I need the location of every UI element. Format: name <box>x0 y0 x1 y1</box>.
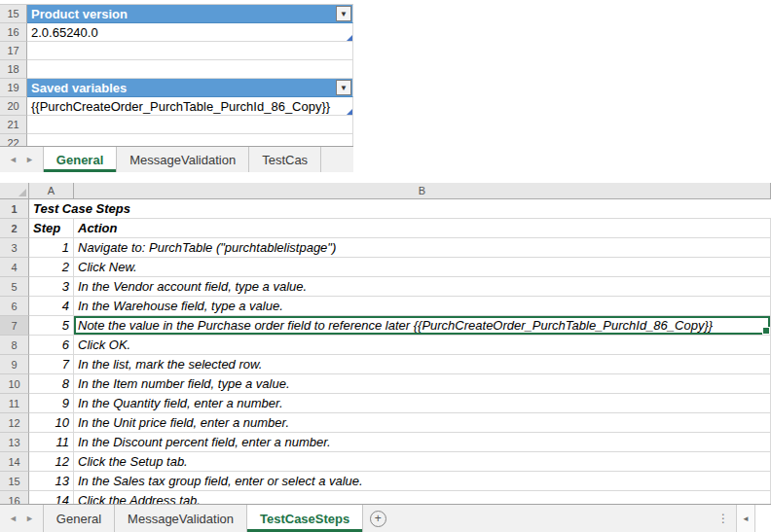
cell-title[interactable]: Test Case Steps <box>29 199 771 219</box>
row-header[interactable]: 4 <box>0 258 29 277</box>
cell-step[interactable]: Step <box>29 219 74 238</box>
cell-step[interactable]: 14 <box>29 491 74 504</box>
row-header[interactable]: 20 <box>0 97 27 116</box>
cell[interactable] <box>27 116 353 134</box>
sheet-tab-testcasesteps[interactable]: TestCaseSteps <box>247 505 363 532</box>
cell-step[interactable]: 6 <box>29 336 74 355</box>
cell[interactable]: 2.0.65240.0 <box>27 23 353 42</box>
cell-text: Click New. <box>78 260 137 274</box>
row-header[interactable]: 1 <box>0 199 29 219</box>
cell-action[interactable]: In the Quantity field, enter a number. <box>74 394 771 413</box>
cell-step[interactable]: 4 <box>29 297 74 316</box>
cell[interactable]: {{PurchCreateOrder_PurchTable_PurchId_86… <box>27 97 353 116</box>
cell-step[interactable]: 3 <box>29 277 74 297</box>
cell-text: In the Sales tax group field, enter or s… <box>78 474 363 488</box>
row-header[interactable]: 12 <box>0 413 29 433</box>
row-header[interactable]: 16 <box>0 23 27 42</box>
cell-step[interactable]: 2 <box>29 258 74 277</box>
cell-text: 13 <box>55 474 69 488</box>
cell-action[interactable]: Navigate to: PurchTable ("purchtablelist… <box>74 238 771 258</box>
cell-step[interactable]: 12 <box>29 452 74 472</box>
row-header[interactable]: 10 <box>0 374 29 394</box>
cell-action[interactable]: In the Unit price field, enter a number. <box>74 413 771 433</box>
cell-action[interactable]: Click New. <box>74 258 771 277</box>
top-sheet-row: 22 <box>0 134 353 146</box>
row-header[interactable]: 17 <box>0 42 27 60</box>
row-header[interactable]: 19 <box>0 79 27 97</box>
cell-text: 5 <box>62 318 69 333</box>
cell-action[interactable]: Click the Setup tab. <box>74 452 771 472</box>
cell-step[interactable]: 5 <box>29 316 74 336</box>
row-header[interactable]: 3 <box>0 238 29 258</box>
hscroll-track[interactable] <box>754 505 771 532</box>
column-header-b[interactable]: B <box>74 183 771 199</box>
cell-text: In the Vendor account field, type a valu… <box>78 279 307 294</box>
cell[interactable] <box>27 134 353 146</box>
sheet-tab-testcas[interactable]: TestCas <box>249 147 321 172</box>
sheet-nav-left-icon[interactable]: ◄ <box>9 514 18 523</box>
cell[interactable] <box>27 42 353 60</box>
sheet-row: 1210In the Unit price field, enter a num… <box>0 413 771 433</box>
row-header[interactable]: 6 <box>0 297 29 316</box>
sheet-nav-right-icon[interactable]: ► <box>25 514 34 523</box>
filter-dropdown-icon[interactable]: ▼ <box>336 80 351 95</box>
filter-dropdown-icon[interactable]: ▼ <box>336 6 351 21</box>
cell-step[interactable]: 10 <box>29 413 74 433</box>
sheet-tab-messagevalidation[interactable]: MessageValidation <box>115 505 247 532</box>
sheet-row: 75Note the value in the Purchase order f… <box>0 316 771 336</box>
cell[interactable]: Saved variables▼ <box>27 79 353 97</box>
cell-corner-mark-icon <box>347 35 352 41</box>
row-header[interactable]: 8 <box>0 336 29 355</box>
sheet-tab-general[interactable]: General <box>43 147 117 172</box>
cell-action[interactable]: In the list, mark the selected row. <box>74 355 771 374</box>
cell-step[interactable]: 7 <box>29 355 74 374</box>
row-header[interactable]: 15 <box>0 472 29 491</box>
cell-action[interactable]: Click the Address tab. <box>74 491 771 504</box>
cell-step[interactable]: 9 <box>29 394 74 413</box>
column-header-a[interactable]: A <box>29 183 74 199</box>
cell-step[interactable]: 8 <box>29 374 74 394</box>
row-header[interactable]: 9 <box>0 355 29 374</box>
cell-action[interactable]: In the Vendor account field, type a valu… <box>74 277 771 297</box>
tab-label: TestCas <box>262 153 308 167</box>
tab-splitter-dots-icon[interactable]: ⋮ <box>711 512 736 525</box>
row-header[interactable]: 11 <box>0 394 29 413</box>
cell[interactable] <box>27 60 353 79</box>
row-header[interactable]: 18 <box>0 60 27 79</box>
hscroll-left-arrow[interactable]: ◄ <box>736 505 754 532</box>
row-header[interactable]: 2 <box>0 219 29 238</box>
cell-action[interactable]: Click OK. <box>74 336 771 355</box>
cell-action[interactable]: In the Discount percent field, enter a n… <box>74 433 771 452</box>
row-header[interactable]: 7 <box>0 316 29 336</box>
cell-text: 3 <box>62 279 69 294</box>
row-header[interactable]: 13 <box>0 433 29 452</box>
cell-text: 7 <box>62 357 69 372</box>
cell-step[interactable]: 13 <box>29 472 74 491</box>
cell-action[interactable]: Action <box>74 219 771 238</box>
cell-step[interactable]: 1 <box>29 238 74 258</box>
row-header[interactable]: 21 <box>0 116 27 134</box>
cell[interactable]: Product version▼ <box>27 5 353 23</box>
sheet-tab-general[interactable]: General <box>43 505 115 532</box>
row-header[interactable]: 5 <box>0 277 29 297</box>
select-all-corner[interactable] <box>0 183 29 199</box>
tabbar-right-controls: ⋮ ◄ <box>711 505 771 532</box>
sheet-tab-messagevalidation[interactable]: MessageValidation <box>117 147 249 172</box>
cell-step[interactable]: 11 <box>29 433 74 452</box>
top-sheet-row: 19Saved variables▼ <box>0 79 353 97</box>
cell-action[interactable]: In the Warehouse field, type a value. <box>74 297 771 316</box>
tab-label: General <box>56 153 103 167</box>
sheet-nav-right-icon[interactable]: ► <box>25 155 34 164</box>
row-header[interactable]: 22 <box>0 134 27 146</box>
cell-action[interactable]: In the Item number field, type a value. <box>74 374 771 394</box>
sheet-nav-left-icon[interactable]: ◄ <box>9 155 18 164</box>
row-header[interactable]: 15 <box>0 5 27 23</box>
row-header[interactable]: 14 <box>0 452 29 472</box>
new-sheet-button[interactable]: + <box>363 505 392 532</box>
cell-text: Product version <box>31 7 128 21</box>
sheet-row: 1311In the Discount percent field, enter… <box>0 433 771 452</box>
cell-action[interactable]: In the Sales tax group field, enter or s… <box>74 472 771 491</box>
row-header[interactable]: 16 <box>0 491 29 504</box>
cell-text: 8 <box>62 376 69 391</box>
cell-action-selected[interactable]: Note the value in the Purchase order fie… <box>74 316 771 336</box>
